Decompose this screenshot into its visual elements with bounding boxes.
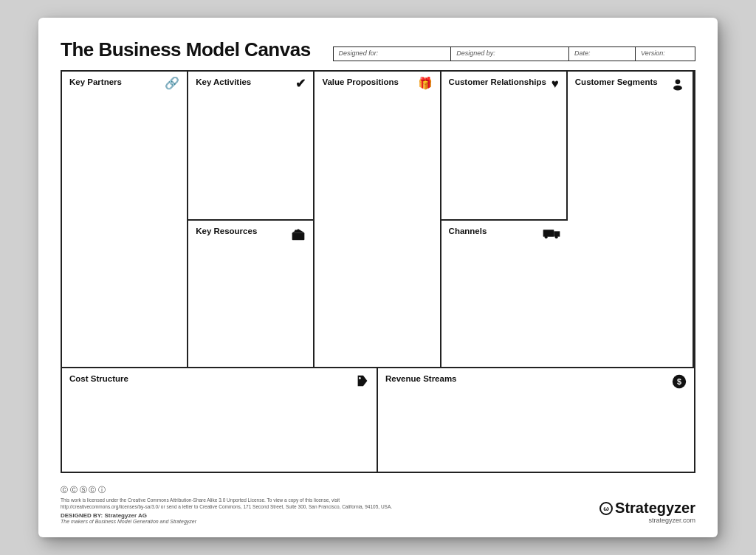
top-section: Key Partners 🔗 Key Activities ✔ Value Pr… [62, 72, 694, 368]
date-field[interactable]: Date: [569, 47, 636, 61]
cc-text: This work is licensed under the Creative… [61, 497, 415, 510]
key-resources-title: Key Resources [196, 227, 306, 244]
canvas: Key Partners 🔗 Key Activities ✔ Value Pr… [61, 70, 695, 473]
customer-relationships-icon: ♥ [551, 77, 559, 90]
svg-text:$: $ [677, 377, 681, 386]
svg-point-10 [359, 377, 361, 379]
canvas-paper: The Business Model Canvas Designed for: … [38, 18, 718, 537]
footer-left: Ⓒ Ⓒ Ⓢ Ⓒ ⓘ This work is licensed under th… [61, 485, 415, 524]
designed-for-label: Designed for: [339, 49, 446, 57]
designed-for-field[interactable]: Designed for: [334, 47, 452, 61]
key-resources-icon [291, 227, 306, 244]
channels-cell: Channels [441, 219, 568, 367]
header-fields: Designed for: Designed by: Date: Version… [333, 46, 695, 61]
header-row: The Business Model Canvas Designed for: … [61, 38, 695, 61]
revenue-streams-label: Revenue Streams [385, 374, 457, 383]
customer-segments-cell: Customer Segments [568, 72, 694, 367]
version-field[interactable]: Version: [636, 47, 695, 61]
value-propositions-cell: Value Propositions 🎁 [315, 72, 441, 367]
customer-relationships-label: Customer Relationships [449, 77, 546, 86]
svg-point-0 [676, 79, 681, 84]
key-activities-cell: Key Activities ✔ [188, 72, 315, 219]
cost-structure-title: Cost Structure [69, 374, 369, 391]
cost-structure-cell: Cost Structure [62, 368, 378, 472]
designed-by-label: Designed by: [456, 49, 563, 57]
value-propositions-title: Value Propositions 🎁 [322, 77, 432, 89]
revenue-streams-cell: Revenue Streams $ [378, 368, 694, 472]
key-activities-icon: ✔ [295, 77, 306, 90]
cost-structure-label: Cost Structure [69, 374, 128, 383]
key-partners-cell: Key Partners 🔗 [62, 72, 188, 367]
footer: Ⓒ Ⓒ Ⓢ Ⓒ ⓘ This work is licensed under th… [61, 480, 695, 524]
key-activities-label: Key Activities [196, 77, 251, 86]
key-resources-label: Key Resources [196, 227, 257, 235]
svg-marker-3 [292, 229, 305, 232]
brand-name: Strategyzer [615, 500, 695, 517]
brand: ω Strategyzer [599, 500, 695, 517]
designed-by-label: DESIGNED BY: [61, 512, 104, 519]
revenue-streams-icon: $ [672, 374, 687, 391]
key-partners-icon: 🔗 [165, 77, 179, 89]
channels-icon [543, 227, 560, 242]
page-title: The Business Model Canvas [61, 38, 311, 61]
key-activities-title: Key Activities ✔ [196, 77, 306, 90]
key-partners-title: Key Partners 🔗 [69, 77, 179, 89]
bottom-section: Cost Structure Revenue Streams [62, 368, 694, 472]
value-propositions-label: Value Propositions [322, 77, 399, 86]
cost-structure-icon [356, 374, 369, 391]
key-resources-cell: Key Resources [188, 219, 315, 367]
brand-logo: ω [599, 502, 613, 515]
svg-point-4 [295, 230, 297, 232]
brand-url: strategyzer.com [599, 517, 695, 524]
customer-relationships-cell: Customer Relationships ♥ [441, 72, 568, 219]
customer-segments-title: Customer Segments [575, 77, 685, 94]
svg-point-9 [554, 235, 557, 238]
customer-segments-label: Customer Segments [575, 77, 658, 86]
customer-segments-icon [670, 77, 685, 94]
tagline: The makers of Business Model Generation … [61, 519, 415, 524]
customer-relationships-title: Customer Relationships ♥ [449, 77, 559, 90]
channels-title: Channels [449, 227, 560, 242]
svg-point-1 [673, 86, 682, 91]
version-label: Version: [641, 49, 690, 57]
cc-icons: Ⓒ Ⓒ Ⓢ Ⓒ ⓘ [61, 485, 415, 495]
key-partners-label: Key Partners [69, 77, 122, 86]
channels-label: Channels [449, 227, 487, 235]
svg-point-8 [544, 235, 547, 238]
footer-right: ω Strategyzer strategyzer.com [599, 500, 695, 524]
svg-rect-5 [298, 235, 300, 238]
revenue-streams-title: Revenue Streams $ [385, 374, 687, 391]
designed-by-field[interactable]: Designed by: [451, 47, 569, 61]
date-label: Date: [574, 49, 630, 57]
value-propositions-icon: 🎁 [418, 77, 433, 89]
designed-by-value: Strategyzer AG [104, 512, 147, 519]
svg-rect-6 [543, 230, 554, 236]
